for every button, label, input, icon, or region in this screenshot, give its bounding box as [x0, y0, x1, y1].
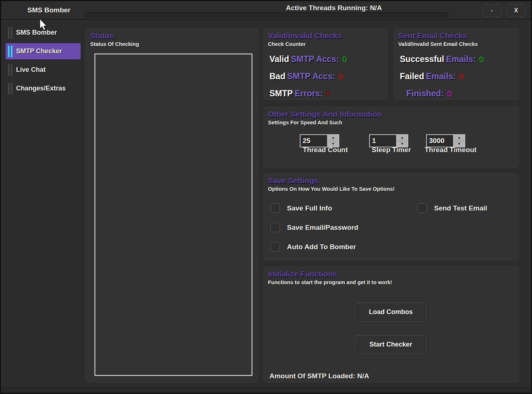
- save-settings-panel: Save Settings Options On How You Would L…: [263, 173, 520, 261]
- checkbox-label: Auto Add To Bomber: [287, 243, 356, 251]
- start-checker-button[interactable]: Start Checker: [355, 335, 427, 354]
- counter-label: Bad: [269, 72, 285, 81]
- valid-smtp-accs-row: Valid SMTP Accs: 0: [269, 51, 347, 68]
- smtp-errors-value: 0: [326, 89, 330, 98]
- checks-panel-subtitle: Check Counter: [268, 41, 306, 47]
- counter-label: SMTP: [269, 89, 293, 98]
- sent-email-checks-panel: Sent Email Checks Valid/Invalid Sent Ema…: [393, 28, 520, 100]
- sent-panel-title: Sent Email Checks: [398, 31, 467, 40]
- bad-smtp-accs-row: Bad SMTP Accs: 0: [269, 68, 347, 85]
- finished-value: 0: [447, 89, 451, 98]
- close-button[interactable]: X: [506, 4, 526, 17]
- initialize-functions-panel: Initialize Functions Functions to start …: [263, 266, 520, 383]
- checks-counter-rows: Valid SMTP Accs: 0 Bad SMTP Accs: 0 SMTP…: [269, 51, 347, 102]
- init-panel-subtitle: Functions to start the program and get i…: [268, 279, 392, 285]
- auto-add-to-bomber-checkbox[interactable]: [270, 242, 280, 252]
- sidebar-item-smtp-checker[interactable]: SMTP Checker: [6, 43, 80, 59]
- drag-handle-icon: [11, 83, 12, 94]
- sidebar-divider: [82, 22, 83, 387]
- save-full-info-option: Save Full Info: [270, 203, 332, 213]
- drag-handle-icon: [8, 46, 9, 57]
- finished-row: Finished: 0: [400, 85, 484, 102]
- sidebar-item-label: SMTP Checker: [16, 47, 62, 55]
- load-combos-button[interactable]: Load Combos: [355, 302, 427, 322]
- sent-panel-subtitle: Valid/Invalid Sent Email Checks: [398, 41, 478, 47]
- sent-counter-rows: Successful Emails: 0 Failed Emails: 0 Fi…: [400, 51, 484, 102]
- sleep-timer-value[interactable]: 1: [370, 135, 396, 147]
- checkbox-label: Send Test Email: [434, 204, 487, 212]
- spinner-buttons: ▲ ▼: [396, 135, 407, 147]
- counter-label: Successful: [400, 54, 444, 64]
- status-panel-subtitle: Status Of Checking: [90, 41, 139, 47]
- drag-handle-icon: [11, 27, 12, 39]
- counter-label: SMTP Accs:: [287, 72, 335, 81]
- successful-emails-row: Successful Emails: 0: [400, 51, 484, 68]
- sidebar-item-live-chat[interactable]: Live Chat: [6, 62, 80, 78]
- drag-handle-icon: [8, 27, 9, 39]
- active-threads-progress-track: [85, 12, 448, 18]
- sidebar-item-changes-extras[interactable]: Changes/Extras: [6, 81, 80, 96]
- counter-label: Finished:: [406, 89, 444, 98]
- counter-label: Emails:: [426, 72, 456, 81]
- save-email-password-option: Save Email/Password: [270, 223, 358, 232]
- active-threads-label: Active Threads Running: N/A: [286, 4, 382, 12]
- drag-handle-icon: [11, 64, 12, 76]
- counter-label: SMTP Accs:: [291, 54, 339, 64]
- smtp-loaded-label: Amount Of SMTP Loaded: N/A: [269, 372, 369, 380]
- init-panel-title: Initialize Functions: [268, 270, 337, 278]
- smtp-errors-row: SMTP Errors: 0: [269, 85, 347, 102]
- checks-panel-title: Valid/Invalid Checks: [268, 31, 342, 40]
- chevron-up-icon[interactable]: ▲: [397, 135, 407, 141]
- chevron-up-icon[interactable]: ▲: [454, 135, 464, 141]
- chevron-up-icon[interactable]: ▲: [328, 135, 338, 141]
- thread-timeout-label: Thread Timeout: [425, 146, 476, 154]
- save-email-password-checkbox[interactable]: [270, 223, 280, 232]
- thread-count-label: Thread Count: [303, 146, 348, 154]
- sleep-timer-spinner[interactable]: 1 ▲ ▼: [369, 134, 408, 147]
- checkbox-label: Save Email/Password: [287, 224, 358, 232]
- auto-add-to-bomber-option: Auto Add To Bomber: [270, 242, 356, 252]
- thread-count-value[interactable]: 25: [301, 135, 327, 147]
- app-window: SMS Bomber Active Threads Running: N/A -…: [0, 0, 532, 394]
- counter-label: Valid: [269, 54, 289, 64]
- status-panel: Status Status Of Checking: [85, 28, 259, 383]
- checkbox-label: Save Full Info: [287, 204, 332, 212]
- sidebar-item-label: SMS Bomber: [16, 29, 57, 36]
- thread-timeout-value[interactable]: 3000: [427, 135, 453, 147]
- thread-timeout-spinner[interactable]: 3000 ▲ ▼: [426, 134, 465, 147]
- failed-emails-value: 0: [459, 72, 463, 81]
- spinner-buttons: ▲ ▼: [327, 135, 338, 147]
- counter-label: Failed: [400, 72, 424, 81]
- sidebar-item-label: Live Chat: [16, 66, 46, 74]
- window-title: SMS Bomber: [27, 6, 70, 14]
- settings-panel-title: Other Settings And Information: [268, 110, 382, 119]
- drag-handle-icon: [8, 64, 9, 76]
- other-settings-panel: Other Settings And Information Settings …: [263, 106, 520, 168]
- minimize-button[interactable]: -: [482, 4, 502, 17]
- thread-count-spinner[interactable]: 25 ▲ ▼: [300, 134, 339, 147]
- sleep-timer-label: Sleep Timer: [372, 146, 411, 154]
- counter-label: Emails:: [446, 54, 476, 64]
- window-bottom-strip: [1, 387, 531, 393]
- save-panel-title: Save Settings: [268, 176, 318, 185]
- counter-label: Errors:: [295, 89, 323, 98]
- valid-smtp-accs-value: 0: [342, 55, 347, 64]
- title-bar: SMS Bomber Active Threads Running: N/A -…: [1, 1, 531, 20]
- save-panel-subtitle: Options On How You Would Like To Save Op…: [268, 186, 395, 192]
- valid-invalid-checks-panel: Valid/Invalid Checks Check Counter Valid…: [263, 28, 389, 100]
- mouse-cursor-icon: [39, 19, 49, 33]
- send-test-email-option: Send Test Email: [417, 203, 487, 213]
- status-panel-title: Status: [90, 31, 114, 40]
- status-listbox[interactable]: [95, 54, 252, 376]
- bad-smtp-accs-value: 0: [338, 72, 343, 81]
- spinner-buttons: ▲ ▼: [453, 135, 464, 147]
- sidebar-item-label: Changes/Extras: [16, 85, 66, 92]
- save-full-info-checkbox[interactable]: [270, 203, 280, 213]
- send-test-email-checkbox[interactable]: [417, 203, 427, 213]
- settings-panel-subtitle: Settings For Speed And Such: [268, 120, 342, 125]
- failed-emails-row: Failed Emails: 0: [400, 68, 484, 85]
- successful-emails-value: 0: [479, 55, 483, 64]
- drag-handle-icon: [8, 83, 9, 94]
- drag-handle-icon: [11, 46, 12, 57]
